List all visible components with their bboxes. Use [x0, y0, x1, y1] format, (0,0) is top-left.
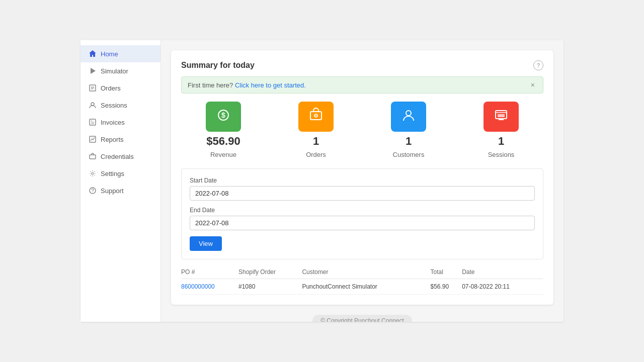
start-date-label: Start Date — [190, 177, 535, 184]
sidebar-label-sessions: Sessions — [101, 102, 127, 109]
revenue-icon-box: $ — [206, 102, 241, 132]
shopify-order-cell: #1080 — [238, 279, 302, 295]
view-button[interactable]: View — [190, 236, 222, 251]
start-date-input[interactable] — [190, 186, 535, 201]
sessions-label: Sessions — [488, 151, 515, 158]
sidebar-label-invoices: Invoices — [101, 119, 125, 126]
stat-card-revenue: $ $56.90 Revenue — [181, 102, 266, 158]
summary-title: Summary for today — [181, 61, 255, 70]
orders-table: PO # Shopify Order Customer Total Date 8… — [181, 265, 543, 295]
date-cell: 07-08-2022 20:11 — [462, 279, 543, 295]
revenue-label: Revenue — [210, 151, 236, 158]
svg-point-12 — [406, 111, 411, 116]
po-link[interactable]: 8600000000 — [181, 279, 238, 295]
customers-value: 1 — [406, 135, 412, 148]
sessions-value: 1 — [498, 135, 504, 148]
col-total: Total — [431, 265, 462, 279]
svg-rect-5 — [90, 155, 96, 159]
customers-icon — [401, 108, 416, 126]
sessions-icon — [89, 101, 97, 109]
copyright-text: © Copyright Punchout Connect — [312, 315, 412, 322]
orders-icon-box — [298, 102, 334, 132]
customers-icon-box — [391, 102, 426, 132]
stat-card-sessions: 1 Sessions — [459, 102, 543, 158]
sidebar: Home Simulator Orders — [80, 40, 161, 322]
settings-icon — [89, 169, 97, 177]
date-filter-section: Start Date End Date View — [181, 168, 543, 259]
sidebar-item-settings[interactable]: Settings — [80, 165, 160, 182]
sidebar-label-support: Support — [101, 187, 124, 195]
stat-card-orders: 1 Orders — [274, 102, 358, 158]
start-date-field: Start Date — [190, 177, 535, 201]
sidebar-label-simulator: Simulator — [101, 67, 128, 75]
alert-text: First time here? Click here to get start… — [188, 81, 306, 89]
orders-icon — [89, 84, 97, 92]
sidebar-item-support[interactable]: Support — [80, 182, 160, 199]
sidebar-item-simulator[interactable]: Simulator — [80, 62, 160, 79]
play-icon — [89, 67, 97, 75]
svg-point-7 — [93, 192, 93, 193]
sidebar-item-sessions[interactable]: Sessions — [80, 97, 160, 114]
customer-cell: PunchoutConnect Simulator — [302, 279, 430, 295]
alert-link[interactable]: Click here to get started. — [235, 81, 306, 89]
table-header-row: PO # Shopify Order Customer Total Date — [181, 265, 543, 279]
end-date-input[interactable] — [190, 216, 535, 230]
total-cell: $56.90 — [431, 279, 462, 295]
sessions-stat-icon — [494, 108, 509, 126]
summary-card: Summary for today ? First time here? Cli… — [171, 50, 553, 305]
sidebar-label-reports: Reports — [101, 136, 124, 143]
revenue-value: $56.90 — [206, 135, 240, 148]
orders-value: 1 — [313, 135, 319, 148]
col-date: Date — [462, 265, 543, 279]
home-icon — [89, 50, 97, 58]
sidebar-item-credentials[interactable]: Credentials — [80, 148, 160, 165]
svg-marker-0 — [91, 68, 96, 74]
orders-label: Orders — [306, 151, 326, 158]
help-icon[interactable]: ? — [533, 60, 543, 70]
svg-point-6 — [92, 172, 94, 174]
support-icon — [89, 187, 97, 195]
sessions-icon-box — [484, 102, 519, 132]
col-customer: Customer — [302, 265, 430, 279]
customers-label: Customers — [393, 151, 425, 158]
sidebar-item-invoices[interactable]: Invoices — [80, 114, 160, 131]
alert-close-button[interactable]: × — [529, 81, 537, 89]
stat-card-customers: 1 Customers — [366, 102, 451, 158]
orders-stat-icon — [308, 108, 324, 126]
table-row: 8600000000 #1080 PunchoutConnect Simulat… — [181, 279, 543, 295]
sidebar-item-home[interactable]: Home — [80, 45, 160, 62]
invoices-icon — [89, 118, 97, 126]
sidebar-label-home: Home — [101, 50, 118, 58]
sidebar-item-reports[interactable]: Reports — [80, 131, 160, 148]
sidebar-item-orders[interactable]: Orders — [80, 79, 160, 97]
reports-icon — [89, 135, 97, 143]
col-shopify-order: Shopify Order — [238, 265, 302, 279]
footer: © Copyright Punchout Connect — [171, 315, 553, 322]
stats-row: $ $56.90 Revenue — [181, 102, 543, 158]
svg-point-2 — [91, 103, 94, 106]
end-date-label: End Date — [190, 207, 535, 214]
revenue-icon: $ — [215, 107, 231, 127]
summary-header: Summary for today ? — [181, 60, 543, 70]
col-po: PO # — [181, 265, 238, 279]
sidebar-label-credentials: Credentials — [101, 153, 134, 160]
svg-text:$: $ — [221, 111, 225, 119]
sidebar-label-orders: Orders — [101, 84, 121, 92]
credentials-icon — [89, 152, 97, 160]
end-date-field: End Date — [190, 207, 535, 230]
sidebar-label-settings: Settings — [101, 170, 124, 177]
alert-banner: First time here? Click here to get start… — [181, 76, 543, 94]
main-content: Summary for today ? First time here? Cli… — [161, 40, 564, 322]
svg-rect-14 — [498, 114, 505, 117]
